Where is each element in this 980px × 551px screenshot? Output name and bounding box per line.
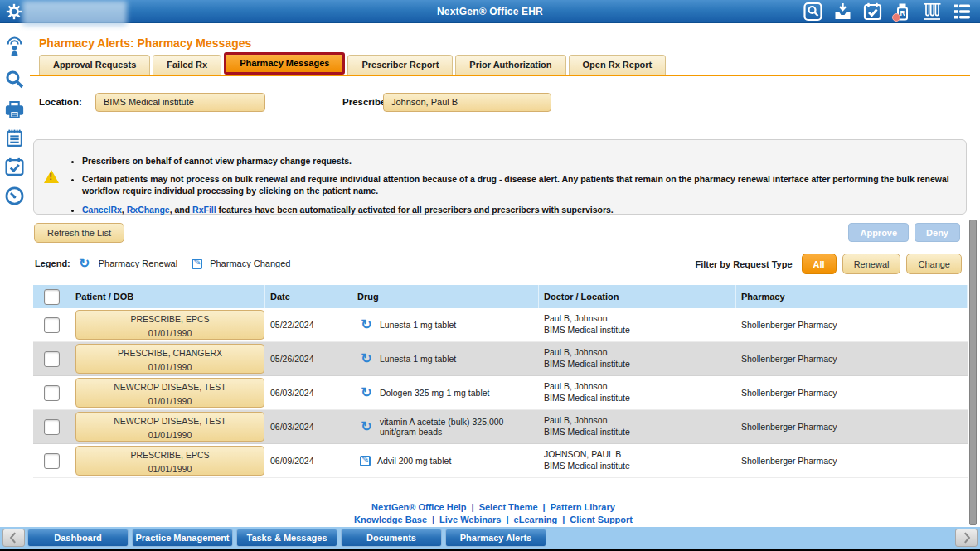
tab-approval-requests[interactable]: Approval Requests bbox=[39, 55, 150, 75]
patient-button[interactable]: PRESCRIBE, EPCS01/01/1990 bbox=[75, 446, 264, 476]
filter-change-button[interactable]: Change bbox=[906, 254, 962, 274]
cell-pharmacy: Shollenberger Pharmacy bbox=[736, 388, 968, 398]
notes-icon[interactable] bbox=[4, 128, 25, 148]
nav-tab-dashboard[interactable]: Dashboard bbox=[27, 529, 129, 547]
table-row: PRESCRIBE, CHANGERX01/01/1990 05/26/2024… bbox=[33, 342, 968, 376]
nav-tab-tasks-messages[interactable]: Tasks & Messages bbox=[236, 529, 337, 547]
notice-bullet-2: Certain patients may not process on bulk… bbox=[82, 173, 953, 196]
cell-doctor-location: Paul B, JohnsonBIMS Medical institute bbox=[539, 313, 736, 336]
patient-button[interactable]: PRESCRIBE, EPCS01/01/1990 bbox=[75, 310, 264, 340]
patient-broadcast-icon[interactable] bbox=[4, 36, 25, 57]
pharmacy-changed-icon bbox=[192, 259, 202, 269]
rxfill-link[interactable]: RxFill bbox=[192, 205, 216, 215]
cell-doctor-location: JOHNSON, PAUL BBIMS Medical institute bbox=[539, 449, 736, 471]
knowledge-base-link[interactable]: Knowledge Base bbox=[354, 515, 427, 524]
cell-date: 06/09/2024 bbox=[265, 456, 352, 466]
legend-changed-label: Pharmacy Changed bbox=[210, 259, 290, 268]
prescriber-select[interactable]: Johnson, Paul B bbox=[383, 93, 551, 112]
patient-button[interactable]: NEWCROP DISEASE, TEST01/01/1990 bbox=[75, 412, 264, 442]
tab-prior-authorization[interactable]: Prior Authorization bbox=[455, 55, 565, 75]
cell-pharmacy: Shollenberger Pharmacy bbox=[736, 456, 968, 466]
page-title: Pharmacy Alerts: Pharmacy Messages bbox=[39, 36, 251, 50]
cell-pharmacy: Shollenberger Pharmacy bbox=[736, 320, 968, 330]
filter-all-button[interactable]: All bbox=[802, 254, 837, 274]
cell-drug: Advil 200 mg tablet bbox=[377, 456, 451, 466]
warning-icon bbox=[44, 170, 59, 183]
table-row: NEWCROP DISEASE, TEST01/01/1990 06/03/20… bbox=[33, 410, 968, 444]
cell-pharmacy: Shollenberger Pharmacy bbox=[736, 354, 968, 364]
appointments-icon[interactable] bbox=[4, 157, 25, 177]
refresh-list-button[interactable]: Refresh the List bbox=[34, 223, 124, 243]
cell-doctor-location: Paul B, JohnsonBIMS Medical institute bbox=[539, 381, 736, 404]
cancelrx-link[interactable]: CancelRx bbox=[82, 205, 122, 215]
vertical-scrollbar[interactable] bbox=[969, 220, 977, 525]
bottom-nav-bar: Dashboard Practice Management Tasks & Me… bbox=[0, 527, 980, 549]
header-pharmacy: Pharmacy bbox=[736, 285, 968, 308]
deny-button[interactable]: Deny bbox=[915, 223, 960, 242]
notice-bullet-1: Prescribers on behalf of cannot view pha… bbox=[82, 155, 953, 167]
print-icon[interactable] bbox=[4, 99, 25, 120]
cell-doctor-location: Paul B, JohnsonBIMS Medical institute bbox=[539, 347, 736, 370]
table-row: PRESCRIBE, EPCS01/01/1990 06/09/2024 Adv… bbox=[33, 444, 968, 478]
cell-date: 06/03/2024 bbox=[265, 388, 352, 398]
cell-drug: Dologen 325 mg-1 mg tablet bbox=[380, 388, 490, 398]
nav-tab-practice-management[interactable]: Practice Management bbox=[132, 529, 233, 547]
cell-date: 05/26/2024 bbox=[265, 354, 352, 364]
row-checkbox[interactable] bbox=[44, 453, 60, 469]
nav-prev-arrow-icon[interactable] bbox=[2, 529, 25, 547]
table-row: NEWCROP DISEASE, TEST01/01/1990 06/03/20… bbox=[33, 376, 968, 410]
inbox-import-icon[interactable] bbox=[832, 2, 854, 22]
cell-date: 06/03/2024 bbox=[265, 422, 352, 432]
pharmacy-renewal-icon bbox=[78, 257, 91, 270]
row-checkbox[interactable] bbox=[44, 317, 60, 333]
tasks-calendar-icon[interactable] bbox=[861, 2, 884, 22]
rx-alerts-icon[interactable]: R bbox=[891, 2, 914, 22]
dashboard-gauge-icon[interactable] bbox=[4, 186, 25, 206]
footer-links: NextGen® Office Help|Select Theme|Patter… bbox=[29, 501, 958, 526]
rxchange-link[interactable]: RxChange bbox=[127, 205, 170, 215]
pharmacy-renewal-icon bbox=[360, 352, 373, 365]
tab-strip: Approval Requests Failed Rx Pharmacy Mes… bbox=[30, 53, 970, 76]
nav-tab-documents[interactable]: Documents bbox=[341, 529, 442, 547]
help-link[interactable]: NextGen® Office Help bbox=[371, 502, 466, 512]
pharmacy-renewal-icon bbox=[360, 318, 373, 331]
labs-icon[interactable] bbox=[921, 2, 944, 22]
pharmacy-messages-table: Patient / DOB Date Drug Doctor / Locatio… bbox=[33, 285, 968, 478]
nav-tab-pharmacy-alerts[interactable]: Pharmacy Alerts bbox=[445, 529, 546, 547]
search-icon[interactable] bbox=[4, 69, 25, 89]
tab-prescriber-report[interactable]: Prescriber Report bbox=[347, 55, 453, 75]
bottom-nav-tabs: Dashboard Practice Management Tasks & Me… bbox=[27, 529, 546, 547]
patient-button[interactable]: PRESCRIBE, CHANGERX01/01/1990 bbox=[75, 344, 264, 374]
legend-renewal-label: Pharmacy Renewal bbox=[99, 259, 177, 268]
top-bar-icons: R bbox=[802, 2, 973, 22]
legend-label: Legend: bbox=[35, 259, 70, 268]
tab-pharmacy-messages[interactable]: Pharmacy Messages bbox=[224, 52, 345, 75]
tab-failed-rx[interactable]: Failed Rx bbox=[153, 55, 221, 75]
row-checkbox[interactable] bbox=[44, 351, 60, 367]
notice-bullet-3: CancelRx, RxChange, and RxFill features … bbox=[82, 204, 953, 215]
filter-renewal-button[interactable]: Renewal bbox=[842, 254, 901, 274]
row-checkbox[interactable] bbox=[44, 385, 60, 401]
orders-list-icon[interactable] bbox=[951, 2, 973, 22]
header-doctor-location: Doctor / Location bbox=[539, 285, 736, 308]
cell-date: 05/22/2024 bbox=[265, 320, 352, 330]
cell-pharmacy: Shollenberger Pharmacy bbox=[736, 422, 968, 432]
approve-button[interactable]: Approve bbox=[848, 223, 909, 242]
table-header-row: Patient / DOB Date Drug Doctor / Locatio… bbox=[33, 285, 968, 308]
row-checkbox[interactable] bbox=[44, 419, 60, 435]
filter-by-request-type: Filter by Request Type All Renewal Chang… bbox=[695, 254, 962, 274]
select-theme-link[interactable]: Select Theme bbox=[479, 502, 538, 512]
select-all-checkbox[interactable] bbox=[44, 289, 60, 305]
pharmacy-changed-icon bbox=[360, 456, 371, 466]
svg-text:R: R bbox=[900, 9, 905, 17]
location-select[interactable]: BIMS Medical institute bbox=[95, 93, 265, 112]
cell-drug: vitamin A acetate (bulk) 325,000 unit/gr… bbox=[380, 417, 539, 437]
tab-open-rx-report[interactable]: Open Rx Report bbox=[569, 55, 667, 75]
nav-next-arrow-icon[interactable] bbox=[955, 529, 978, 547]
search-icon[interactable] bbox=[802, 2, 824, 22]
live-webinars-link[interactable]: Live Webinars bbox=[439, 515, 501, 524]
client-support-link[interactable]: Client Support bbox=[570, 515, 633, 524]
patient-button[interactable]: NEWCROP DISEASE, TEST01/01/1990 bbox=[75, 378, 264, 408]
pattern-library-link[interactable]: Pattern Library bbox=[551, 502, 615, 512]
elearning-link[interactable]: eLearning bbox=[514, 515, 558, 524]
